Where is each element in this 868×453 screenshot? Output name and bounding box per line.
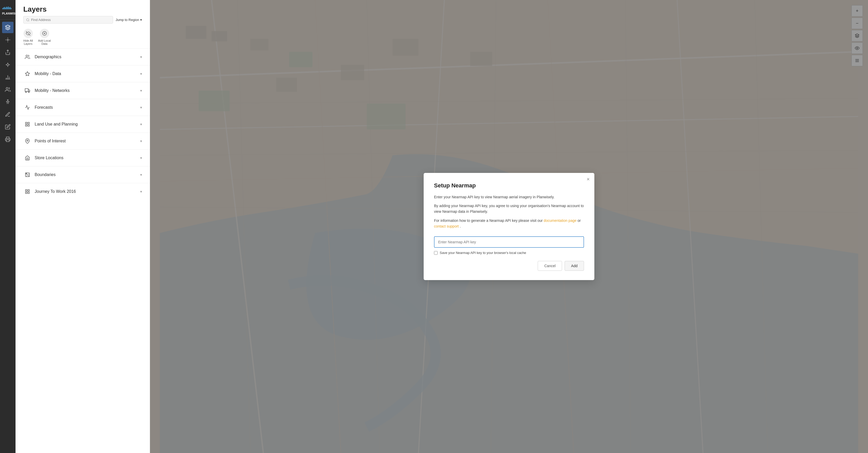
hide-all-icon: [24, 29, 33, 38]
search-bar: Jump to Region ▾: [16, 16, 150, 27]
rail-icon-users[interactable]: [2, 84, 13, 95]
svg-rect-4: [6, 7, 7, 9]
store-locations-chevron: ▾: [140, 156, 142, 160]
demographics-chevron: ▾: [140, 55, 142, 59]
boundaries-chevron: ▾: [140, 173, 142, 177]
rail-icon-print[interactable]: [2, 134, 13, 145]
journey-to-work-chevron: ▾: [140, 190, 142, 194]
hide-all-label: Hide AllLayers: [23, 39, 33, 45]
layer-item-boundaries[interactable]: Boundaries ▾: [16, 166, 150, 183]
modal-actions: Cancel Add: [434, 261, 584, 271]
nearmap-modal: Setup Nearmap × Enter your Nearmap API k…: [424, 173, 594, 280]
cancel-button[interactable]: Cancel: [538, 261, 562, 271]
rail-icon-bookmark[interactable]: [2, 59, 13, 70]
svg-line-26: [28, 21, 29, 21]
add-local-data-button[interactable]: Add LocalData: [38, 29, 51, 45]
svg-rect-5: [7, 7, 8, 9]
svg-marker-34: [28, 90, 30, 92]
forecasts-chevron: ▾: [140, 105, 142, 110]
modal-desc3-prefix: For information how to generate a Nearma…: [434, 219, 542, 223]
svg-point-23: [7, 100, 8, 101]
rail-icon-layers[interactable]: [2, 22, 13, 33]
search-input[interactable]: [31, 18, 110, 22]
svg-marker-32: [25, 72, 30, 76]
rail-icon-draw[interactable]: [2, 109, 13, 120]
land-use-chevron: ▾: [140, 122, 142, 126]
rail-icon-location[interactable]: [2, 34, 13, 46]
save-api-key-checkbox[interactable]: [434, 251, 438, 255]
rail-icon-chart[interactable]: [2, 72, 13, 83]
layer-item-mobility-data[interactable]: Mobility - Data ▾: [16, 65, 150, 82]
journey-to-work-icon: [23, 188, 32, 196]
api-key-input[interactable]: [434, 236, 584, 248]
modal-close-button[interactable]: ×: [587, 176, 590, 182]
modal-description-2: By adding your Nearmap API key, you agre…: [434, 203, 584, 215]
layer-label-forecasts: Forecasts: [35, 105, 140, 110]
layer-item-poi[interactable]: Points of Interest ▾: [16, 133, 150, 149]
region-arrow: ▾: [140, 18, 142, 22]
mobility-networks-icon: [23, 86, 32, 95]
modal-description-1: Enter your Nearmap API key to view Nearm…: [434, 194, 584, 200]
layer-item-mobility-networks[interactable]: Mobility - Networks ▾: [16, 82, 150, 99]
svg-rect-24: [6, 140, 9, 142]
hide-all-layers-button[interactable]: Hide AllLayers: [23, 29, 33, 45]
svg-point-11: [7, 39, 8, 40]
land-use-icon: [23, 120, 32, 129]
layer-label-demographics: Demographics: [35, 55, 140, 59]
add-local-label: Add LocalData: [38, 39, 51, 45]
layer-label-boundaries: Boundaries: [35, 172, 140, 177]
svg-rect-8: [10, 7, 10, 9]
search-icon: [26, 18, 30, 22]
svg-rect-9: [10, 8, 11, 9]
layer-item-journey-to-work[interactable]: Journey To Work 2016 ▾: [16, 183, 150, 200]
svg-rect-46: [26, 192, 27, 194]
layer-item-demographics[interactable]: Demographics ▾: [16, 49, 150, 65]
layer-item-land-use[interactable]: Land Use and Planning ▾: [16, 116, 150, 133]
action-buttons: Hide AllLayers Add LocalData: [16, 27, 150, 49]
svg-point-36: [28, 91, 29, 92]
contact-support-link[interactable]: contact support: [434, 224, 459, 228]
mobility-data-icon: [23, 69, 32, 78]
mobility-networks-chevron: ▾: [140, 88, 142, 93]
poi-icon: [23, 137, 32, 145]
forecasts-icon: [23, 103, 32, 112]
modal-overlay[interactable]: Setup Nearmap × Enter your Nearmap API k…: [150, 0, 868, 453]
map-area[interactable]: + −: [150, 0, 868, 453]
region-select[interactable]: Jump to Region ▾: [116, 18, 142, 22]
svg-marker-10: [5, 25, 10, 27]
svg-rect-33: [25, 89, 28, 92]
app-name: PLANWISELY: [2, 12, 13, 15]
svg-rect-37: [26, 122, 27, 124]
documentation-link[interactable]: documentation page: [544, 219, 577, 223]
modal-description-3: For information how to generate a Nearma…: [434, 218, 584, 229]
logo-area: PLANWISELY: [0, 3, 16, 20]
rail-icon-pencil[interactable]: [2, 121, 13, 133]
modal-desc3-suffix: .: [460, 224, 461, 228]
svg-point-22: [6, 87, 8, 89]
layer-label-mobility-networks: Mobility - Networks: [35, 88, 140, 93]
layer-item-forecasts[interactable]: Forecasts ▾: [16, 99, 150, 116]
checkbox-row: Save your Nearmap API key to your browse…: [434, 251, 584, 255]
icon-rail: PLANWISELY: [0, 0, 16, 453]
modal-title: Setup Nearmap: [434, 182, 584, 189]
mobility-data-chevron: ▾: [140, 72, 142, 76]
svg-rect-44: [28, 190, 30, 191]
layer-item-store-locations[interactable]: Store Locations ▾: [16, 149, 150, 166]
svg-rect-43: [26, 190, 27, 191]
svg-rect-1: [3, 7, 4, 9]
add-button[interactable]: Add: [565, 261, 584, 271]
svg-rect-45: [28, 192, 30, 194]
layer-label-store-locations: Store Locations: [35, 155, 140, 160]
region-label: Jump to Region: [116, 18, 139, 22]
svg-point-31: [26, 55, 28, 57]
svg-rect-2: [4, 7, 5, 9]
svg-rect-39: [28, 125, 30, 126]
svg-rect-40: [26, 125, 27, 126]
add-local-icon: [40, 29, 49, 38]
modal-desc3-or: or: [578, 219, 581, 223]
svg-point-41: [27, 140, 28, 141]
svg-point-35: [26, 91, 27, 92]
rail-icon-share[interactable]: [2, 47, 13, 58]
search-input-wrap[interactable]: [23, 16, 113, 24]
rail-icon-walk[interactable]: [2, 96, 13, 108]
